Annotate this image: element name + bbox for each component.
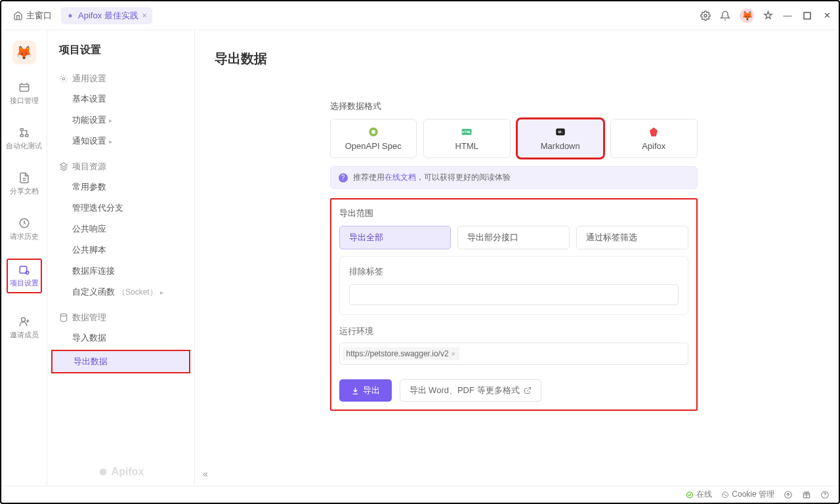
- nav-label: 接口管理: [10, 96, 39, 106]
- tip-link[interactable]: 在线文档: [385, 173, 416, 182]
- avatar[interactable]: 🦊: [740, 9, 754, 23]
- upload-icon[interactable]: [784, 490, 793, 499]
- nav-project-settings[interactable]: 项目设置: [7, 259, 42, 293]
- format-markdown[interactable]: M↓ Markdown: [517, 119, 604, 158]
- remove-tag-icon[interactable]: ×: [452, 350, 455, 358]
- database-icon: [59, 313, 68, 322]
- chevron-right-icon: ▸: [160, 289, 163, 296]
- settings-icon: [18, 264, 30, 276]
- page-title: 导出数据: [215, 50, 812, 68]
- gear-icon[interactable]: [700, 10, 711, 21]
- maximize-icon[interactable]: [802, 10, 812, 21]
- item-responses[interactable]: 公共响应: [47, 219, 194, 240]
- svg-point-13: [99, 469, 106, 476]
- env-tag[interactable]: https://petstore.swagger.io/v2 ×: [343, 347, 460, 360]
- user-plus-icon: [18, 316, 30, 327]
- svg-point-11: [62, 77, 65, 80]
- close-icon[interactable]: ×: [142, 11, 147, 20]
- env-input[interactable]: https://petstore.swagger.io/v2 ×: [339, 343, 688, 365]
- item-common-params[interactable]: 常用参数: [47, 177, 194, 198]
- nav-label: 自动化测试: [6, 141, 42, 151]
- gear-icon: [59, 74, 68, 83]
- tab-apifox-practice[interactable]: Apifox 最佳实践 ×: [61, 7, 152, 24]
- item-scripts[interactable]: 公共脚本: [47, 240, 194, 261]
- apifox-icon: [648, 126, 660, 138]
- svg-point-15: [371, 130, 375, 134]
- svg-rect-2: [804, 12, 810, 19]
- openapi-icon: [368, 126, 379, 138]
- nav-label: 分享文档: [10, 186, 39, 196]
- nav-label: 请求历史: [10, 232, 39, 242]
- format-apifox[interactable]: Apifox: [610, 119, 698, 158]
- nav-share-doc[interactable]: 分享文档: [1, 168, 47, 200]
- box-icon: [18, 81, 30, 93]
- nav-history[interactable]: 请求历史: [1, 213, 47, 245]
- scope-label: 导出范围: [339, 207, 688, 219]
- titlebar: 主窗口 Apifox 最佳实践 × 🦊 — ✕: [1, 1, 839, 30]
- item-export-data[interactable]: 导出数据: [51, 350, 190, 373]
- status-online[interactable]: 在线: [686, 489, 712, 500]
- flow-icon: [18, 127, 30, 138]
- status-cookie[interactable]: Cookie 管理: [721, 489, 774, 500]
- nav-automation[interactable]: 自动化测试: [1, 123, 47, 155]
- item-import-data[interactable]: 导入数据: [47, 327, 194, 348]
- main-window-button[interactable]: 主窗口: [8, 7, 57, 24]
- section-data: 数据管理: [47, 308, 194, 327]
- help-icon[interactable]: [820, 490, 830, 499]
- svg-point-23: [726, 495, 726, 495]
- svg-point-12: [60, 314, 66, 316]
- item-basic-settings[interactable]: 基本设置: [47, 89, 194, 110]
- exclude-label: 排除标签: [349, 266, 679, 278]
- format-grid: OpenAPI Spec HTML HTML M↓ Markdown Apifo…: [330, 119, 698, 158]
- info-icon: ?: [339, 173, 348, 182]
- exclude-panel: 排除标签: [339, 256, 688, 315]
- app-logo[interactable]: 🦊: [12, 41, 36, 64]
- bell-icon[interactable]: [720, 10, 730, 21]
- item-notify-settings[interactable]: 通知设置▸: [47, 131, 194, 152]
- svg-rect-5: [25, 135, 28, 136]
- close-window-icon[interactable]: ✕: [822, 10, 832, 21]
- svg-rect-4: [20, 129, 24, 131]
- clock-icon: [18, 217, 30, 229]
- item-branches[interactable]: 管理迭代分支: [47, 198, 194, 219]
- section-resources: 项目资源: [47, 157, 194, 177]
- html-icon: HTML: [461, 126, 472, 138]
- exclude-input[interactable]: [349, 284, 679, 305]
- export-button[interactable]: 导出: [339, 379, 392, 402]
- gift-icon[interactable]: [802, 490, 811, 499]
- item-db[interactable]: 数据库连接: [47, 261, 194, 282]
- scope-all[interactable]: 导出全部: [339, 226, 452, 249]
- format-label: 选择数据格式: [330, 100, 698, 112]
- scope-partial[interactable]: 导出部分接口: [457, 226, 570, 249]
- side-panel-title: 项目设置: [47, 43, 194, 66]
- env-label: 运行环境: [339, 326, 688, 337]
- tip-bar: ? 推荐使用在线文档，可以获得更好的阅读体验: [330, 166, 698, 189]
- status-bar: 在线 Cookie 管理: [1, 486, 839, 503]
- svg-point-10: [21, 318, 25, 322]
- check-circle-icon: [686, 491, 694, 499]
- cookie-icon: [721, 491, 729, 499]
- export-more-button[interactable]: 导出 Word、PDF 等更多格式: [400, 379, 541, 402]
- export-options-box: 导出范围 导出全部 导出部分接口 通过标签筛选 排除标签 运行环境 https:…: [330, 198, 698, 411]
- scope-by-tag[interactable]: 通过标签筛选: [576, 226, 688, 249]
- format-openapi[interactable]: OpenAPI Spec: [330, 119, 417, 158]
- minimize-icon[interactable]: —: [782, 10, 793, 21]
- svg-point-21: [723, 492, 728, 497]
- svg-point-0: [69, 14, 72, 17]
- doc-icon: [18, 172, 30, 184]
- svg-point-22: [724, 494, 724, 494]
- sparkle-icon: [66, 12, 74, 20]
- nav-api-manage[interactable]: 接口管理: [1, 77, 47, 110]
- collapse-toggle[interactable]: «: [203, 469, 208, 479]
- item-feature-settings[interactable]: 功能设置▸: [47, 110, 194, 131]
- svg-rect-6: [20, 135, 24, 136]
- svg-point-9: [26, 271, 29, 274]
- nav-invite[interactable]: 邀请成员: [1, 312, 47, 344]
- svg-text:HTML: HTML: [462, 130, 472, 134]
- item-custom-fn[interactable]: 自定义函数（Socket）▸: [47, 282, 194, 303]
- pin-icon[interactable]: [763, 10, 773, 20]
- format-html[interactable]: HTML HTML: [423, 119, 511, 158]
- svg-rect-3: [20, 85, 29, 92]
- chevron-right-icon: ▸: [109, 117, 112, 124]
- content-area: 导出数据 选择数据格式 OpenAPI Spec HTML HTML M↓ Ma…: [195, 30, 839, 486]
